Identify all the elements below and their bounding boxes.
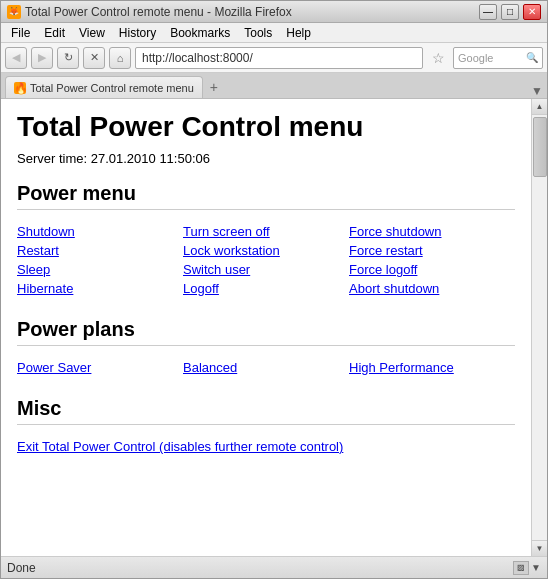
link-turn-screen-off[interactable]: Turn screen off [183,222,349,241]
link-balanced[interactable]: Balanced [183,358,349,377]
content-area: Total Power Control menu Server time: 27… [1,99,547,556]
power-plans-grid: Power Saver Balanced High Performance [17,358,515,377]
bookmark-star-button[interactable]: ☆ [427,47,449,69]
col-1: Shutdown Restart Sleep Hibernate [17,222,183,298]
section-title-misc: Misc [17,397,515,425]
menu-bookmarks[interactable]: Bookmarks [164,24,236,42]
page-title: Total Power Control menu [17,111,515,143]
section-title-power-menu: Power menu [17,182,515,210]
link-switch-user[interactable]: Switch user [183,260,349,279]
tab-scroll-button[interactable]: ▼ [531,84,543,98]
section-title-power-plans: Power plans [17,318,515,346]
server-time-value: 27.01.2010 11:50:06 [91,151,210,166]
col-plans-3: High Performance [349,358,515,377]
search-icon[interactable]: 🔍 [526,52,538,63]
back-button[interactable]: ◀ [5,47,27,69]
link-abort-shutdown[interactable]: Abort shutdown [349,279,515,298]
menu-bar: File Edit View History Bookmarks Tools H… [1,23,547,43]
link-hibernate[interactable]: Hibernate [17,279,183,298]
search-box[interactable]: Google 🔍 [453,47,543,69]
status-icons: ▨ ▼ [513,561,541,575]
browser-favicon: 🦊 [7,5,21,19]
menu-help[interactable]: Help [280,24,317,42]
link-shutdown[interactable]: Shutdown [17,222,183,241]
close-button[interactable]: ✕ [523,4,541,20]
link-lock-workstation[interactable]: Lock workstation [183,241,349,260]
scroll-down-button[interactable]: ▼ [532,540,548,556]
menu-tools[interactable]: Tools [238,24,278,42]
address-bar[interactable]: http://localhost:8000/ [135,47,423,69]
link-power-saver[interactable]: Power Saver [17,358,183,377]
menu-view[interactable]: View [73,24,111,42]
tabs-bar: 🔥 Total Power Control remote menu + ▼ [1,73,547,99]
link-sleep[interactable]: Sleep [17,260,183,279]
new-tab-button[interactable]: + [203,76,225,98]
link-restart[interactable]: Restart [17,241,183,260]
misc-links: Exit Total Power Control (disables furth… [17,437,515,456]
title-bar-left: 🦊 Total Power Control remote menu - Mozi… [7,5,292,19]
browser-window: 🦊 Total Power Control remote menu - Mozi… [0,0,548,579]
col-plans-2: Balanced [183,358,349,377]
status-bar: Done ▨ ▼ [1,556,547,578]
window-controls: — □ ✕ [479,4,541,20]
link-exit-total-power-control[interactable]: Exit Total Power Control (disables furth… [17,437,515,456]
link-logoff[interactable]: Logoff [183,279,349,298]
home-button[interactable]: ⌂ [109,47,131,69]
browser-title: Total Power Control remote menu - Mozill… [25,5,292,19]
col-2: Turn screen off Lock workstation Switch … [183,222,349,298]
menu-history[interactable]: History [113,24,162,42]
link-force-logoff[interactable]: Force logoff [349,260,515,279]
link-force-shutdown[interactable]: Force shutdown [349,222,515,241]
tab-favicon: 🔥 [14,82,26,94]
server-time-label: Server time: [17,151,87,166]
scroll-thumb[interactable] [533,117,547,177]
link-force-restart[interactable]: Force restart [349,241,515,260]
server-time: Server time: 27.01.2010 11:50:06 [17,151,515,166]
title-bar: 🦊 Total Power Control remote menu - Mozi… [1,1,547,23]
menu-file[interactable]: File [5,24,36,42]
col-plans-1: Power Saver [17,358,183,377]
tab-label: Total Power Control remote menu [30,82,194,94]
menu-edit[interactable]: Edit [38,24,71,42]
active-tab[interactable]: 🔥 Total Power Control remote menu [5,76,203,98]
scrollbar: ▲ ▼ [531,99,547,556]
stop-button[interactable]: ✕ [83,47,105,69]
col-3: Force shutdown Force restart Force logof… [349,222,515,298]
minimize-button[interactable]: — [479,4,497,20]
address-text: http://localhost:8000/ [142,51,253,65]
page-content: Total Power Control menu Server time: 27… [1,99,531,556]
nav-bar: ◀ ▶ ↻ ✕ ⌂ http://localhost:8000/ ☆ Googl… [1,43,547,73]
refresh-button[interactable]: ↻ [57,47,79,69]
link-high-performance[interactable]: High Performance [349,358,515,377]
forward-button[interactable]: ▶ [31,47,53,69]
search-placeholder: Google [458,52,526,64]
power-menu-grid: Shutdown Restart Sleep Hibernate Turn sc… [17,222,515,298]
status-text: Done [7,561,36,575]
status-icon-1: ▨ [513,561,529,575]
maximize-button[interactable]: □ [501,4,519,20]
scroll-up-button[interactable]: ▲ [532,99,548,115]
status-expand-button[interactable]: ▼ [531,562,541,573]
